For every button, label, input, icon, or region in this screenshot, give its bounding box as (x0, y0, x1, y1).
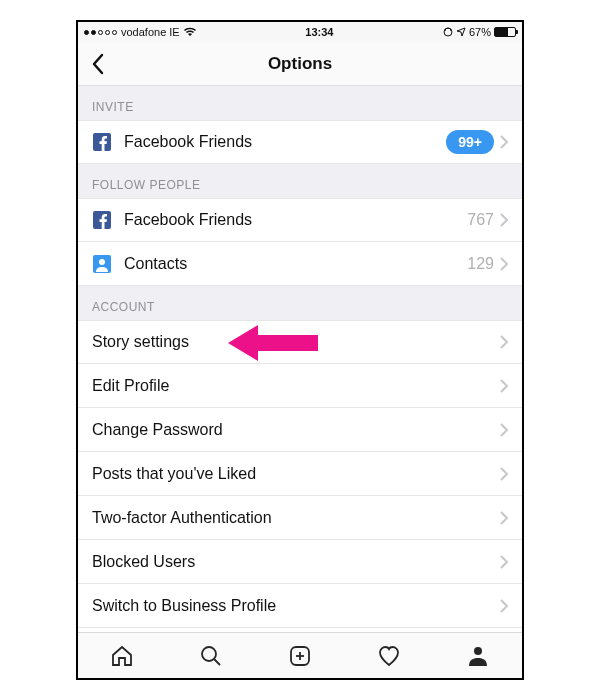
tab-search[interactable] (197, 642, 225, 670)
clock-label: 13:34 (305, 26, 333, 38)
tab-bar (78, 632, 522, 678)
row-label: Blocked Users (92, 553, 500, 571)
row-label: Posts that you've Liked (92, 465, 500, 483)
plus-square-icon (288, 644, 312, 668)
svg-point-4 (99, 259, 105, 265)
page-title: Options (268, 54, 332, 74)
tab-profile[interactable] (464, 642, 492, 670)
svg-line-6 (214, 659, 220, 665)
location-icon (456, 27, 466, 37)
row-count: 767 (467, 211, 494, 229)
row-label: Facebook Friends (124, 133, 446, 151)
section-header-account: ACCOUNT (78, 286, 522, 320)
profile-icon (466, 644, 490, 668)
tab-new-post[interactable] (286, 642, 314, 670)
row-label: Facebook Friends (124, 211, 467, 229)
row-follow-facebook-friends[interactable]: Facebook Friends 767 (78, 198, 522, 242)
row-label: Edit Profile (92, 377, 500, 395)
row-story-settings[interactable]: Story settings (78, 320, 522, 364)
contacts-icon (92, 254, 112, 274)
nav-bar: Options (78, 42, 522, 86)
chevron-right-icon (500, 257, 508, 271)
wifi-icon (184, 27, 196, 37)
battery-pct-label: 67% (469, 26, 491, 38)
row-liked-posts[interactable]: Posts that you've Liked (78, 452, 522, 496)
section-header-invite: INVITE (78, 86, 522, 120)
facebook-icon (92, 132, 112, 152)
home-icon (110, 644, 134, 668)
section-header-follow: FOLLOW PEOPLE (78, 164, 522, 198)
row-count: 129 (467, 255, 494, 273)
phone-frame: vodafone IE 13:34 67% Options INVITE Fac… (76, 20, 524, 680)
chevron-right-icon (500, 213, 508, 227)
carrier-label: vodafone IE (121, 26, 180, 38)
row-edit-profile[interactable]: Edit Profile (78, 364, 522, 408)
row-blocked-users[interactable]: Blocked Users (78, 540, 522, 584)
row-follow-contacts[interactable]: Contacts 129 (78, 242, 522, 286)
chevron-right-icon (500, 423, 508, 437)
tab-home[interactable] (108, 642, 136, 670)
chevron-right-icon (500, 511, 508, 525)
chevron-right-icon (500, 555, 508, 569)
back-button[interactable] (86, 52, 110, 76)
chevron-right-icon (500, 379, 508, 393)
search-icon (199, 644, 223, 668)
row-switch-business[interactable]: Switch to Business Profile (78, 584, 522, 628)
facebook-icon (92, 210, 112, 230)
heart-icon (377, 644, 401, 668)
row-label: Contacts (124, 255, 467, 273)
row-label: Two-factor Authentication (92, 509, 500, 527)
count-badge: 99+ (446, 130, 494, 154)
row-label: Story settings (92, 333, 500, 351)
content-scroll[interactable]: INVITE Facebook Friends 99+ FOLLOW PEOPL… (78, 86, 522, 632)
chevron-right-icon (500, 135, 508, 149)
signal-dots-icon (84, 30, 117, 35)
svg-point-10 (474, 647, 482, 655)
chevron-right-icon (500, 467, 508, 481)
tab-activity[interactable] (375, 642, 403, 670)
battery-icon (494, 27, 516, 37)
row-change-password[interactable]: Change Password (78, 408, 522, 452)
row-invite-facebook-friends[interactable]: Facebook Friends 99+ (78, 120, 522, 164)
status-bar: vodafone IE 13:34 67% (78, 22, 522, 42)
row-two-factor[interactable]: Two-factor Authentication (78, 496, 522, 540)
row-label: Change Password (92, 421, 500, 439)
chevron-right-icon (500, 599, 508, 613)
svg-point-5 (202, 647, 216, 661)
chevron-left-icon (91, 53, 105, 75)
row-label: Switch to Business Profile (92, 597, 500, 615)
chevron-right-icon (500, 335, 508, 349)
do-not-disturb-icon (443, 27, 453, 37)
row-private-account[interactable]: Private Account (78, 628, 522, 632)
